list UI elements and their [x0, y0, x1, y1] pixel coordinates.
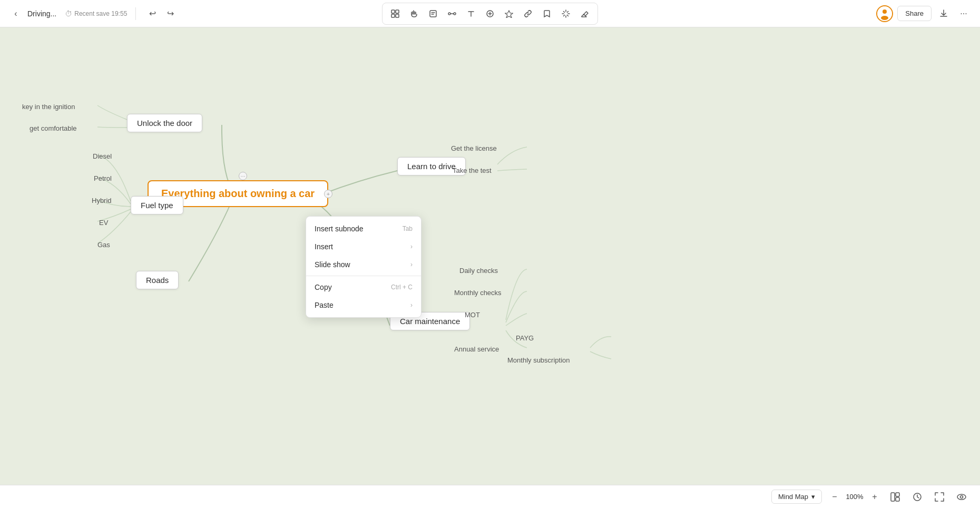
- zoom-controls: − 100% +: [828, 491, 881, 503]
- node-maintenance-label: Car maintenance: [400, 317, 460, 326]
- share-button[interactable]: Share: [897, 6, 932, 21]
- layout-toggle-button[interactable]: [887, 489, 903, 505]
- more-button[interactable]: ···: [956, 6, 972, 22]
- leaf-petrol: Petrol: [94, 174, 112, 182]
- tool-hand[interactable]: [406, 5, 423, 22]
- menu-insert[interactable]: Insert ›: [306, 238, 421, 256]
- leaf-diesel: Diesel: [93, 152, 112, 160]
- node-roads[interactable]: Roads: [136, 271, 179, 289]
- svg-rect-11: [891, 493, 895, 501]
- menu-paste-chevron: ›: [410, 301, 413, 309]
- bottom-bar: Mind Map ▾ − 100% +: [0, 485, 980, 508]
- node-fuel-label: Fuel type: [141, 201, 173, 210]
- center-node-label: Everything about owning a car: [161, 188, 315, 199]
- document-title: Driving...: [27, 9, 56, 18]
- svg-rect-1: [396, 10, 399, 13]
- svg-point-9: [883, 9, 887, 14]
- undo-redo-group: ↩ ↪: [144, 6, 178, 22]
- svg-rect-4: [430, 11, 436, 17]
- canvas[interactable]: Everything about owning a car ··· + Unlo…: [0, 27, 980, 508]
- undo-button[interactable]: ↩: [144, 6, 160, 22]
- context-menu: Insert subnode Tab Insert › Slide show ›…: [306, 216, 422, 318]
- menu-insert-subnode-shortcut: Tab: [403, 225, 413, 232]
- leaf-gas: Gas: [97, 241, 110, 249]
- svg-rect-2: [391, 14, 395, 17]
- leaf-get-comfortable: get comfortable: [30, 124, 77, 132]
- leaf-monthly-checks: Monthly checks: [454, 289, 502, 297]
- menu-separator: [306, 276, 421, 276]
- svg-rect-13: [896, 497, 899, 501]
- menu-copy-label: Copy: [315, 283, 332, 291]
- menu-paste[interactable]: Paste ›: [306, 296, 421, 314]
- toolbar-left: ‹ Driving... ⏱ Recent save 19:55 ↩ ↪: [8, 6, 178, 22]
- svg-point-10: [881, 16, 888, 20]
- svg-rect-0: [391, 10, 395, 13]
- svg-rect-12: [896, 493, 899, 496]
- avatar: [876, 5, 893, 22]
- tool-eraser[interactable]: [576, 5, 593, 22]
- leaf-take-test: Take the test: [453, 167, 492, 174]
- leaf-get-license: Get the license: [451, 144, 497, 152]
- menu-slideshow-chevron: ›: [410, 261, 413, 268]
- tool-sparkle[interactable]: [557, 5, 574, 22]
- menu-paste-label: Paste: [315, 301, 334, 309]
- leaf-daily-checks: Daily checks: [459, 267, 498, 275]
- svg-point-16: [961, 495, 963, 498]
- menu-insert-subnode[interactable]: Insert subnode Tab: [306, 220, 421, 238]
- save-time: Recent save 19:55: [74, 10, 127, 17]
- history-button[interactable]: [909, 489, 925, 505]
- save-icon: ⏱: [65, 9, 72, 18]
- tool-add[interactable]: [482, 5, 498, 22]
- menu-insert-label: Insert: [315, 242, 333, 251]
- zoom-plus-button[interactable]: +: [868, 491, 881, 503]
- save-info: ⏱ Recent save 19:55: [65, 9, 127, 18]
- tool-text[interactable]: [463, 5, 479, 22]
- node-handle-top[interactable]: ···: [239, 172, 247, 180]
- zoom-minus-button[interactable]: −: [828, 491, 841, 503]
- menu-insert-chevron: ›: [410, 243, 413, 250]
- node-unlock-label: Unlock the door: [137, 119, 192, 128]
- node-learn-label: Learn to drive: [407, 162, 456, 171]
- leaf-mot: MOT: [465, 311, 480, 319]
- map-type-label: Mind Map: [778, 493, 808, 501]
- map-type-chevron: ▾: [811, 493, 815, 501]
- node-handle-right[interactable]: +: [324, 190, 332, 198]
- leaf-hybrid: Hybrid: [92, 197, 112, 204]
- svg-rect-3: [396, 14, 399, 17]
- toolbar: ‹ Driving... ⏱ Recent save 19:55 ↩ ↪: [0, 0, 980, 27]
- fullscreen-button[interactable]: [932, 489, 947, 505]
- toolbar-right: Share ···: [876, 5, 972, 22]
- svg-point-15: [957, 494, 966, 500]
- map-type-button[interactable]: Mind Map ▾: [771, 490, 822, 504]
- tool-note[interactable]: [425, 5, 442, 22]
- svg-point-5: [448, 13, 450, 15]
- tool-select[interactable]: [387, 5, 404, 22]
- leaf-payg: PAYG: [516, 334, 534, 342]
- export-button[interactable]: [936, 6, 952, 22]
- leaf-annual-service: Annual service: [454, 345, 499, 353]
- redo-button[interactable]: ↪: [162, 6, 178, 22]
- node-fuel-type[interactable]: Fuel type: [131, 196, 183, 214]
- menu-insert-subnode-label: Insert subnode: [315, 224, 364, 233]
- tool-shape[interactable]: [501, 5, 517, 22]
- svg-point-6: [454, 13, 456, 15]
- menu-slideshow-label: Slide show: [315, 260, 350, 269]
- tool-link[interactable]: [520, 5, 536, 22]
- preview-button[interactable]: [954, 489, 969, 505]
- menu-copy-shortcut: Ctrl + C: [391, 284, 413, 291]
- menu-copy[interactable]: Copy Ctrl + C: [306, 278, 421, 296]
- node-roads-label: Roads: [146, 276, 169, 285]
- node-unlock-door[interactable]: Unlock the door: [127, 114, 202, 132]
- toolbar-center: [382, 3, 598, 25]
- menu-slideshow[interactable]: Slide show ›: [306, 256, 421, 273]
- leaf-key-ignition: key in the ignition: [22, 103, 75, 111]
- tool-connector[interactable]: [444, 5, 460, 22]
- leaf-monthly-sub: Monthly subscription: [507, 356, 570, 364]
- leaf-ev: EV: [99, 219, 108, 227]
- zoom-value: 100%: [844, 493, 865, 501]
- tool-bookmark[interactable]: [538, 5, 555, 22]
- divider: [135, 7, 136, 20]
- back-button[interactable]: ‹: [8, 6, 23, 21]
